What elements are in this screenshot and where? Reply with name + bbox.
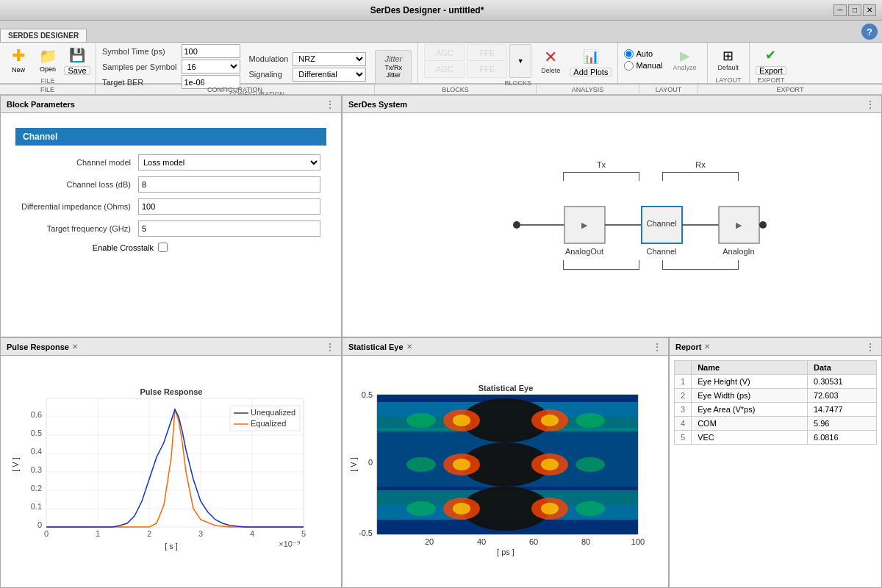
maximize-button[interactable]: □ bbox=[848, 4, 861, 16]
statistical-eye-header: Statistical Eye ✕ ⋮ bbox=[343, 338, 668, 356]
save-dropdown-arrow: Save bbox=[68, 66, 86, 75]
auto-radio-label: Auto bbox=[624, 49, 662, 59]
save-dropdown-button[interactable]: Save bbox=[64, 66, 90, 75]
modulation-label: Modulation bbox=[249, 54, 289, 63]
jitter-button[interactable]: Jitter Tx/Rx Jitter bbox=[375, 50, 412, 84]
blocks-section-label: BLOCKS bbox=[375, 85, 537, 94]
new-button[interactable]: ✚ New bbox=[4, 44, 32, 75]
save-button[interactable]: 💾 bbox=[63, 44, 91, 66]
svg-text:Unequalized: Unequalized bbox=[251, 408, 295, 417]
serdes-diagram: Tx Rx ▶ AnalogOut bbox=[343, 113, 881, 337]
svg-rect-16 bbox=[662, 260, 663, 269]
report-close-icon[interactable]: ✕ bbox=[704, 343, 710, 351]
panel-title-group: Block Parameters bbox=[7, 100, 75, 109]
analysis-buttons: Auto Manual ▶ Analyze bbox=[624, 44, 700, 75]
rx-label: Rx bbox=[695, 160, 706, 169]
row-name: VEC bbox=[692, 431, 808, 445]
samples-per-symbol-select[interactable]: 16 8 32 bbox=[182, 60, 240, 74]
export-button[interactable]: ✔ bbox=[757, 44, 785, 66]
ffe-top-button[interactable]: FFE bbox=[467, 44, 507, 61]
target-freq-input[interactable] bbox=[138, 220, 320, 237]
svg-text:2: 2 bbox=[146, 529, 151, 538]
enable-crosstalk-label: Enable Crosstalk bbox=[21, 243, 154, 252]
table-row: 2 Eye Width (ps) 72.603 bbox=[675, 389, 877, 403]
add-plots-button[interactable]: 📊 bbox=[577, 46, 605, 68]
modulation-select[interactable]: NRZ PAM4 bbox=[293, 52, 366, 66]
row-data: 14.7477 bbox=[807, 403, 876, 417]
diff-impedance-input[interactable] bbox=[138, 198, 320, 215]
right-signal-dot bbox=[759, 221, 767, 229]
block-parameters-title: Block Parameters bbox=[7, 100, 75, 109]
svg-point-78 bbox=[406, 457, 436, 472]
svg-text:[ ps ]: [ ps ] bbox=[497, 548, 514, 556]
left-signal-dot bbox=[513, 221, 520, 229]
statistical-eye-svg: Statistical Eye bbox=[348, 380, 664, 564]
jitter-label: Tx/Rx Jitter bbox=[377, 64, 409, 79]
channel-form: Channel model Loss model S-parameter mod… bbox=[7, 151, 335, 240]
pulse-title-group: Pulse Response ✕ bbox=[7, 343, 81, 351]
pulse-response-panel: Pulse Response ✕ ⋮ Pulse Response bbox=[0, 337, 342, 588]
svg-rect-12 bbox=[563, 269, 639, 270]
manual-radio[interactable] bbox=[624, 61, 634, 71]
help-button[interactable]: ? bbox=[861, 24, 878, 40]
statistical-eye-plot: Statistical Eye bbox=[343, 356, 668, 587]
open-button[interactable]: 📁 Open bbox=[34, 44, 62, 75]
svg-text:Equalized: Equalized bbox=[251, 419, 286, 428]
auto-radio[interactable] bbox=[624, 49, 634, 59]
config-grid-right: Modulation NRZ PAM4 Signaling Differenti… bbox=[249, 52, 367, 82]
add-plots-dropdown-button[interactable]: Add Plots bbox=[570, 68, 612, 76]
stat-eye-menu-icon[interactable]: ⋮ bbox=[652, 341, 662, 353]
minimize-button[interactable]: ─ bbox=[833, 4, 847, 16]
signaling-select[interactable]: Differential Single-ended bbox=[293, 68, 366, 82]
ffe-btn-group: FFE FFE bbox=[467, 44, 507, 78]
export-section: ✔ Export EXPORT bbox=[750, 43, 792, 83]
svg-point-73 bbox=[541, 459, 559, 470]
delete-label: Delete bbox=[541, 67, 560, 74]
agc-bottom-button[interactable]: AGC bbox=[424, 61, 465, 78]
symbol-time-label: Symbol Time (ps) bbox=[102, 47, 177, 56]
symbol-time-input[interactable] bbox=[182, 44, 240, 58]
row-name: Eye Width (ps) bbox=[692, 389, 808, 403]
layout-buttons: ⊞ Default bbox=[714, 44, 744, 75]
svg-rect-17 bbox=[738, 260, 739, 269]
table-row: 1 Eye Height (V) 0.30531 bbox=[675, 375, 877, 389]
channel-loss-input[interactable] bbox=[138, 176, 320, 193]
auto-label: Auto bbox=[636, 49, 653, 58]
manual-label: Manual bbox=[636, 61, 662, 70]
svg-text:1: 1 bbox=[95, 529, 99, 538]
stat-eye-close-icon[interactable]: ✕ bbox=[406, 343, 412, 351]
report-table: Name Data 1 Eye Height (V) 0.30531 2 Eye… bbox=[674, 360, 877, 445]
blocks-dropdown-button[interactable]: ▼ bbox=[509, 44, 531, 78]
default-button[interactable]: ⊞ Default bbox=[714, 44, 744, 75]
svg-point-74 bbox=[453, 415, 470, 426]
pulse-response-close-icon[interactable]: ✕ bbox=[72, 343, 78, 351]
file-label: FILE bbox=[40, 77, 54, 85]
serdes-menu-icon[interactable]: ⋮ bbox=[865, 98, 875, 110]
delete-button[interactable]: ✕ Delete bbox=[534, 44, 567, 78]
export-group: ✔ Export bbox=[756, 44, 786, 75]
enable-crosstalk-checkbox[interactable] bbox=[158, 243, 168, 252]
export-dropdown-button[interactable]: Export bbox=[756, 66, 786, 75]
block-params-menu-icon[interactable]: ⋮ bbox=[325, 98, 335, 110]
analyze-button[interactable]: ▶ Analyze bbox=[669, 44, 701, 75]
svg-text:▶: ▶ bbox=[581, 220, 588, 229]
channel-loss-label: Channel loss (dB) bbox=[21, 180, 131, 189]
channel-header: Channel bbox=[15, 128, 326, 146]
enable-crosstalk-row: Enable Crosstalk bbox=[7, 240, 335, 255]
svg-point-81 bbox=[576, 413, 605, 428]
svg-text:[ s ]: [ s ] bbox=[165, 542, 178, 551]
serdes-designer-tab[interactable]: SERDES DESIGNER bbox=[0, 29, 87, 42]
agc-top-button[interactable]: AGC bbox=[424, 44, 465, 61]
row-data: 0.30531 bbox=[807, 375, 876, 389]
svg-text:Statistical Eye: Statistical Eye bbox=[478, 384, 533, 392]
report-menu-icon[interactable]: ⋮ bbox=[865, 341, 875, 353]
close-button[interactable]: ✕ bbox=[863, 4, 876, 16]
pulse-menu-icon[interactable]: ⋮ bbox=[325, 341, 335, 353]
config-grid-left: Symbol Time (ps) Samples per Symbol 16 8… bbox=[102, 44, 240, 89]
channel-model-select[interactable]: Loss model S-parameter model Custom bbox=[138, 154, 320, 171]
file-section: ✚ New 📁 Open 💾 Save FILE bbox=[0, 43, 96, 83]
ffe-bottom-button[interactable]: FFE bbox=[467, 61, 507, 78]
tab-bar: SERDES DESIGNER ? bbox=[0, 21, 882, 43]
svg-rect-3 bbox=[662, 172, 739, 173]
row-data: 72.603 bbox=[807, 389, 876, 403]
